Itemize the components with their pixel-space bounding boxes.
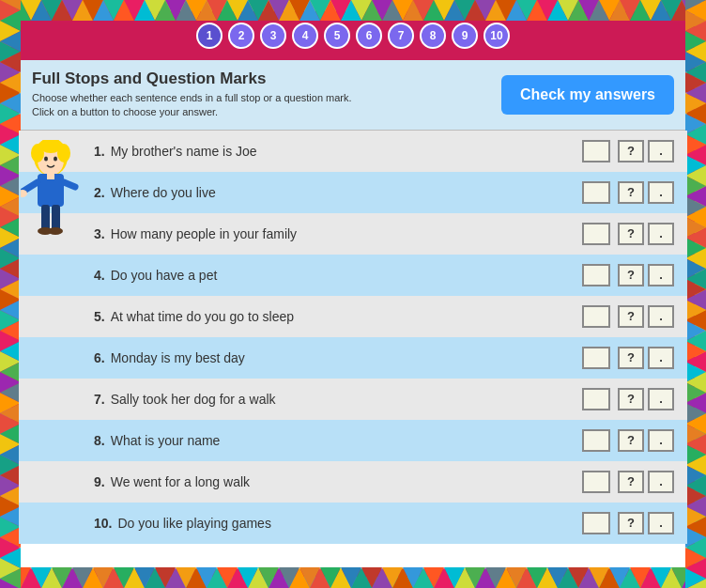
question-text: Where do you live — [111, 185, 216, 200]
question-number: 3. — [94, 226, 105, 241]
answer-buttons: ?. — [614, 512, 674, 534]
full-stop-button[interactable]: . — [648, 429, 674, 452]
page-title: Full Stops and Question Marks — [32, 70, 352, 88]
svg-point-12 — [48, 227, 63, 235]
svg-point-3 — [54, 156, 57, 161]
outer-border: 12345678910 Full Stops and Question Mark… — [0, 0, 706, 588]
question-text: How many people in your family — [111, 226, 297, 241]
question-text: Do you have a pet — [111, 268, 218, 283]
header-section: Full Stops and Question Marks Choose whe… — [19, 60, 687, 131]
full-stop-button[interactable]: . — [648, 388, 674, 410]
question-number: 4. — [94, 268, 105, 283]
question-text: My brother's name is Joe — [111, 144, 257, 159]
full-stop-button[interactable]: . — [648, 181, 674, 204]
question-number: 7. — [94, 392, 105, 407]
questions-area: 1.My brother's name is Joe?.2.Where do y… — [19, 131, 687, 569]
question-text: Do you like playing games — [117, 516, 270, 531]
question-number: 6. — [94, 350, 105, 365]
question-row: 8.What is your name?. — [19, 420, 687, 461]
number-nav: 12345678910 — [19, 19, 687, 53]
question-text: Monday is my best day — [111, 350, 245, 365]
answer-buttons: ?. — [614, 471, 674, 493]
main-content: Full Stops and Question Marks Choose whe… — [19, 60, 687, 569]
question-row: 2.Where do you live?. — [19, 172, 687, 213]
svg-rect-9 — [41, 205, 50, 231]
nav-circle-3[interactable]: 3 — [260, 23, 286, 49]
question-number: 1. — [94, 144, 105, 159]
teacher-character — [21, 140, 82, 243]
answer-box[interactable] — [582, 140, 610, 162]
question-mark-button[interactable]: ? — [618, 223, 644, 245]
full-stop-button[interactable]: . — [648, 347, 674, 369]
answer-box[interactable] — [582, 512, 610, 534]
answer-buttons: ?. — [614, 388, 674, 410]
nav-circle-7[interactable]: 7 — [388, 23, 414, 49]
inner-container: 12345678910 Full Stops and Question Mark… — [11, 11, 695, 577]
question-mark-button[interactable]: ? — [618, 429, 644, 452]
instruction-line1: Choose whether each sentence ends in a f… — [32, 91, 352, 105]
question-row: 7.Sally took her dog for a walk?. — [19, 379, 687, 420]
full-stop-button[interactable]: . — [648, 264, 674, 286]
question-mark-button[interactable]: ? — [618, 305, 644, 328]
answer-box[interactable] — [582, 471, 610, 493]
question-row: 9.We went for a long walk?. — [19, 461, 687, 503]
nav-circle-1[interactable]: 1 — [196, 23, 223, 49]
question-row: 10.Do you like playing games?. — [19, 503, 687, 544]
svg-rect-5 — [47, 172, 54, 179]
nav-circle-9[interactable]: 9 — [452, 23, 478, 49]
full-stop-button[interactable]: . — [648, 223, 674, 245]
answer-box[interactable] — [582, 429, 610, 452]
nav-circle-4[interactable]: 4 — [292, 23, 318, 49]
svg-point-14 — [31, 144, 44, 162]
question-mark-button[interactable]: ? — [618, 471, 644, 493]
svg-point-2 — [44, 156, 48, 161]
answer-buttons: ?. — [614, 429, 674, 452]
answer-box[interactable] — [582, 388, 610, 410]
question-number: 5. — [94, 309, 105, 324]
questions-container: 1.My brother's name is Joe?.2.Where do y… — [19, 131, 687, 544]
answer-buttons: ?. — [614, 305, 674, 328]
svg-point-15 — [57, 144, 70, 162]
answer-box[interactable] — [582, 223, 610, 245]
answer-buttons: ?. — [614, 181, 674, 204]
nav-circle-6[interactable]: 6 — [356, 23, 382, 49]
question-number: 10. — [94, 516, 112, 531]
answer-box[interactable] — [582, 264, 610, 286]
answer-box[interactable] — [582, 305, 610, 328]
question-row: 5.At what time do you go to sleep?. — [19, 296, 687, 337]
question-mark-button[interactable]: ? — [618, 347, 644, 369]
question-row: 3.How many people in your family?. — [19, 213, 687, 255]
question-mark-button[interactable]: ? — [618, 512, 644, 534]
svg-rect-10 — [52, 205, 60, 231]
instruction-line2: Click on a button to choose your answer. — [32, 105, 352, 119]
full-stop-button[interactable]: . — [648, 471, 674, 493]
answer-box[interactable] — [582, 347, 610, 369]
full-stop-button[interactable]: . — [648, 140, 674, 162]
nav-circle-10[interactable]: 10 — [483, 23, 510, 49]
question-text: Sally took her dog for a walk — [111, 392, 276, 407]
answer-box[interactable] — [582, 181, 610, 204]
nav-circle-8[interactable]: 8 — [420, 23, 446, 49]
question-mark-button[interactable]: ? — [618, 388, 644, 410]
question-mark-button[interactable]: ? — [618, 181, 644, 204]
question-number: 8. — [94, 433, 105, 448]
full-stop-button[interactable]: . — [648, 305, 674, 328]
question-mark-button[interactable]: ? — [618, 264, 644, 286]
answer-buttons: ?. — [614, 347, 674, 369]
question-text: We went for a long walk — [111, 474, 250, 489]
question-number: 9. — [94, 474, 105, 489]
question-row: 1.My brother's name is Joe?. — [19, 131, 687, 172]
check-answers-button[interactable]: Check my answers — [501, 75, 674, 115]
nav-circle-5[interactable]: 5 — [324, 23, 350, 49]
question-text: What is your name — [111, 433, 221, 448]
svg-line-8 — [64, 182, 75, 187]
full-stop-button[interactable]: . — [648, 512, 674, 534]
question-number: 2. — [94, 185, 105, 200]
character — [21, 140, 86, 247]
answer-buttons: ?. — [614, 264, 674, 286]
nav-circle-2[interactable]: 2 — [228, 23, 254, 49]
header-text: Full Stops and Question Marks Choose whe… — [32, 70, 352, 120]
answer-buttons: ?. — [614, 223, 674, 245]
question-mark-button[interactable]: ? — [618, 140, 644, 162]
question-row: 6.Monday is my best day?. — [19, 337, 687, 379]
